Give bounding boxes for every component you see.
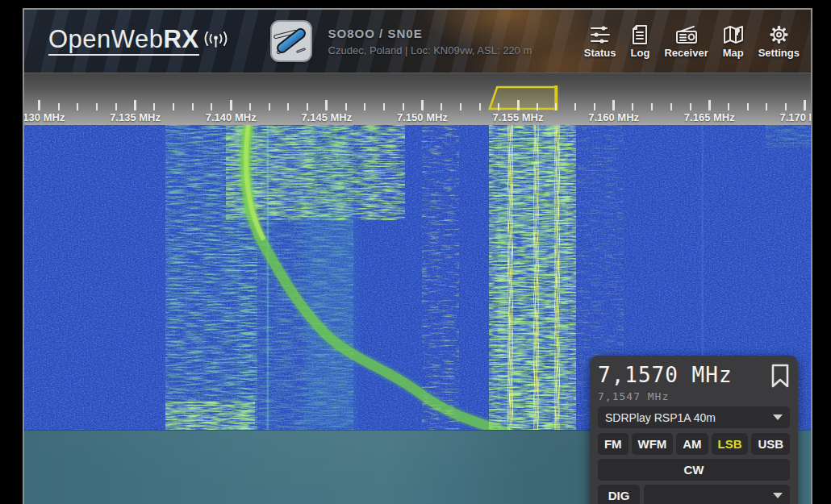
nav-label-receiver: Receiver — [664, 47, 708, 59]
scale-tick — [594, 103, 595, 110]
sliders-icon — [589, 24, 612, 45]
mode-button-fm[interactable]: FM — [598, 433, 628, 455]
mode-button-group: FM WFM AM LSB USB — [598, 433, 790, 455]
scale-tick — [690, 103, 691, 110]
scale-tick-label: 7.155 MHz — [493, 111, 544, 123]
swiss-knife-icon — [272, 22, 311, 60]
scale-tick — [153, 103, 155, 110]
center-frequency-display: 7,1547 MHz — [598, 390, 790, 403]
gear-icon — [768, 24, 790, 45]
station-info: SO8OO / SN0E Czudec, Poland | Loc: KN09v… — [328, 27, 532, 56]
openwebrx-logo: OpenWebRX — [48, 27, 230, 56]
top-navigation: Status Log Receiver — [584, 24, 800, 59]
scale-tick — [555, 103, 557, 110]
scale-tick — [249, 103, 251, 110]
scale-tick — [403, 103, 404, 110]
scale-tick — [269, 103, 270, 110]
nav-label-settings: Settings — [758, 47, 800, 59]
scale-tick — [766, 103, 767, 110]
nav-label-status: Status — [584, 47, 616, 59]
scale-tick — [441, 103, 442, 110]
profile-select[interactable]: SDRPlay RSP1A 40m — [598, 406, 790, 428]
mode-button-cw[interactable]: CW — [598, 459, 790, 481]
chevron-down-icon — [773, 493, 783, 498]
scale-tick — [38, 100, 40, 110]
nav-item-settings[interactable]: Settings — [758, 24, 800, 59]
receiver-radio-icon — [674, 24, 699, 45]
scale-tick-label: 7.140 MHz — [206, 111, 257, 123]
scale-tick-label: 7.150 MHz — [397, 111, 448, 123]
receiver-panel: 7,1570 MHz 7,1547 MHz SDRPlay RSP1A 40m … — [590, 356, 798, 504]
mode-button-wfm[interactable]: WFM — [632, 433, 674, 455]
scale-tick — [537, 103, 538, 110]
scale-tick-label: 7.135 MHz — [110, 111, 161, 123]
station-location: Czudec, Poland | Loc: KN09vw, ASL: 220 m — [328, 44, 532, 56]
log-icon — [629, 24, 650, 45]
tuned-frequency-display[interactable]: 7,1570 MHz — [598, 361, 733, 389]
mode-button-usb[interactable]: USB — [751, 433, 790, 455]
nav-label-map: Map — [723, 47, 744, 59]
scale-tick — [708, 100, 711, 110]
header-bar: OpenWebRX SO8OO / SN0E Czudec, Poland | … — [24, 10, 811, 73]
scale-tick — [804, 100, 806, 110]
nav-item-log[interactable]: Log — [629, 24, 650, 59]
map-icon — [722, 24, 745, 45]
scale-tick — [728, 103, 729, 110]
scale-tick — [96, 103, 98, 110]
scale-tick — [785, 103, 787, 110]
scale-tick — [383, 103, 385, 110]
scale-tick-label: 7.170 MHz — [779, 111, 812, 123]
scale-tick-label: 7.145 MHz — [301, 111, 352, 123]
chevron-down-icon — [773, 414, 783, 420]
scale-tick — [612, 100, 615, 110]
scale-tick — [747, 103, 749, 110]
scale-tick — [77, 103, 78, 110]
scale-tick — [364, 103, 365, 110]
scale-tick — [651, 103, 653, 110]
scale-tick — [307, 103, 308, 110]
scale-tick — [421, 100, 424, 110]
scale-tick — [115, 103, 117, 110]
bookmark-icon[interactable] — [770, 364, 790, 389]
scale-tick — [173, 103, 174, 110]
nav-label-log: Log — [631, 47, 650, 59]
nav-item-map[interactable]: Map — [722, 24, 745, 59]
mode-button-dig[interactable]: DIG — [598, 485, 640, 504]
station-callsign: SO8OO / SN0E — [328, 27, 532, 40]
scale-tick — [211, 103, 212, 110]
logo-wordmark: OpenWebRX — [48, 27, 199, 56]
scale-tick — [287, 103, 289, 110]
scale-tick-label: 7.165 MHz — [684, 111, 735, 123]
scale-tick — [58, 103, 60, 110]
scale-tick — [632, 103, 633, 110]
scale-tick — [460, 103, 461, 110]
mode-button-lsb[interactable]: LSB — [712, 433, 749, 455]
scale-tick — [325, 100, 328, 110]
scale-tick — [498, 103, 499, 110]
scale-tick-label: 7.130 MHz — [23, 111, 65, 123]
mode-button-am[interactable]: AM — [676, 433, 708, 455]
scale-tick — [345, 103, 347, 110]
antenna-waves-icon — [203, 30, 230, 49]
scale-tick — [230, 100, 232, 110]
openwebrx-window: OpenWebRX SO8OO / SN0E Czudec, Poland | … — [23, 8, 812, 504]
scale-tick — [134, 100, 136, 110]
scale-tick — [479, 103, 481, 110]
frequency-scale[interactable]: 7.130 MHz7.135 MHz7.140 MHz7.145 MHz7.15… — [24, 73, 811, 125]
scale-tick-label: 7.160 MHz — [588, 111, 639, 123]
scale-tick — [192, 103, 194, 110]
scale-tick — [574, 103, 576, 110]
nav-item-status[interactable]: Status — [584, 24, 616, 59]
scale-tick — [517, 100, 520, 110]
scale-tick — [670, 103, 672, 110]
profile-select-value: SDRPlay RSP1A 40m — [605, 411, 716, 424]
digital-mode-select[interactable] — [644, 485, 790, 504]
nav-item-receiver[interactable]: Receiver — [664, 24, 708, 59]
